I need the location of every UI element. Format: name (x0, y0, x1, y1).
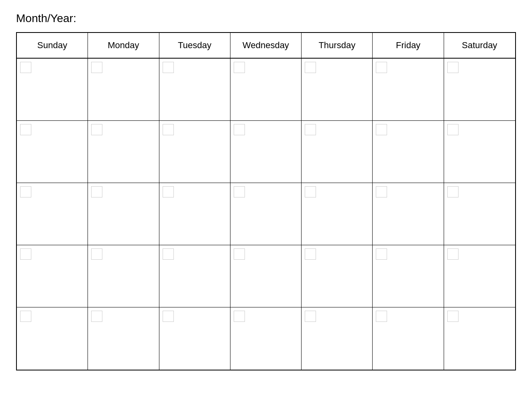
cell-r2-c4[interactable] (230, 121, 302, 183)
date-box (305, 62, 316, 73)
header-sunday: Sunday (17, 33, 88, 58)
header-saturday: Saturday (444, 33, 515, 58)
cell-r5-c3[interactable] (159, 307, 230, 370)
date-box (20, 311, 31, 322)
month-year-label: Month/Year: (16, 12, 516, 25)
cell-r1-c5[interactable] (302, 59, 373, 120)
date-box (91, 124, 102, 135)
cell-r1-c2[interactable] (88, 59, 159, 120)
date-box (376, 248, 387, 260)
calendar-header: Sunday Monday Tuesday Wednesday Thursday… (17, 33, 515, 59)
calendar-row-1 (17, 59, 515, 121)
cell-r3-c2[interactable] (88, 183, 159, 245)
cell-r3-c1[interactable] (17, 183, 88, 245)
date-box (447, 124, 459, 135)
cell-r5-c4[interactable] (230, 307, 302, 370)
date-box (234, 62, 245, 73)
cell-r5-c2[interactable] (88, 307, 159, 370)
cell-r4-c3[interactable] (159, 245, 230, 307)
date-box (376, 124, 387, 135)
date-box (376, 311, 387, 322)
cell-r4-c5[interactable] (302, 245, 373, 307)
date-box (20, 186, 31, 197)
date-box (163, 124, 174, 135)
calendar-row-2 (17, 121, 515, 183)
cell-r4-c4[interactable] (230, 245, 302, 307)
date-box (163, 311, 174, 322)
date-box (305, 248, 316, 260)
header-friday: Friday (373, 33, 444, 58)
cell-r4-c1[interactable] (17, 245, 88, 307)
date-box (163, 186, 174, 197)
date-box (163, 248, 174, 260)
cell-r3-c7[interactable] (444, 183, 515, 245)
cell-r2-c3[interactable] (159, 121, 230, 183)
date-box (447, 248, 459, 260)
date-box (20, 62, 31, 73)
cell-r4-c7[interactable] (444, 245, 515, 307)
date-box (234, 311, 245, 322)
cell-r1-c4[interactable] (230, 59, 302, 120)
cell-r4-c2[interactable] (88, 245, 159, 307)
cell-r1-c3[interactable] (159, 59, 230, 120)
cell-r5-c1[interactable] (17, 307, 88, 370)
date-box (376, 186, 387, 197)
cell-r2-c5[interactable] (302, 121, 373, 183)
header-tuesday: Tuesday (159, 33, 230, 58)
date-box (234, 186, 245, 197)
calendar-body (17, 59, 515, 370)
header-thursday: Thursday (302, 33, 373, 58)
date-box (305, 311, 316, 322)
cell-r1-c6[interactable] (373, 59, 444, 120)
header-monday: Monday (88, 33, 159, 58)
date-box (305, 186, 316, 197)
cell-r2-c6[interactable] (373, 121, 444, 183)
date-box (91, 311, 102, 322)
cell-r5-c5[interactable] (302, 307, 373, 370)
cell-r5-c6[interactable] (373, 307, 444, 370)
cell-r2-c1[interactable] (17, 121, 88, 183)
cell-r4-c6[interactable] (373, 245, 444, 307)
calendar-row-3 (17, 183, 515, 245)
header-wednesday: Wednesday (230, 33, 302, 58)
date-box (376, 62, 387, 73)
date-box (234, 248, 245, 260)
calendar-row-4 (17, 245, 515, 307)
cell-r3-c5[interactable] (302, 183, 373, 245)
cell-r3-c4[interactable] (230, 183, 302, 245)
date-box (234, 124, 245, 135)
date-box (91, 186, 102, 197)
calendar-container: Sunday Monday Tuesday Wednesday Thursday… (16, 32, 516, 370)
date-box (447, 311, 459, 322)
date-box (20, 124, 31, 135)
cell-r1-c7[interactable] (444, 59, 515, 120)
cell-r1-c1[interactable] (17, 59, 88, 120)
cell-r3-c3[interactable] (159, 183, 230, 245)
cell-r3-c6[interactable] (373, 183, 444, 245)
cell-r2-c2[interactable] (88, 121, 159, 183)
cell-r5-c7[interactable] (444, 307, 515, 370)
date-box (447, 62, 459, 73)
calendar-row-5 (17, 307, 515, 370)
date-box (447, 186, 459, 197)
date-box (163, 62, 174, 73)
date-box (305, 124, 316, 135)
date-box (91, 62, 102, 73)
date-box (20, 248, 31, 260)
date-box (91, 248, 102, 260)
cell-r2-c7[interactable] (444, 121, 515, 183)
